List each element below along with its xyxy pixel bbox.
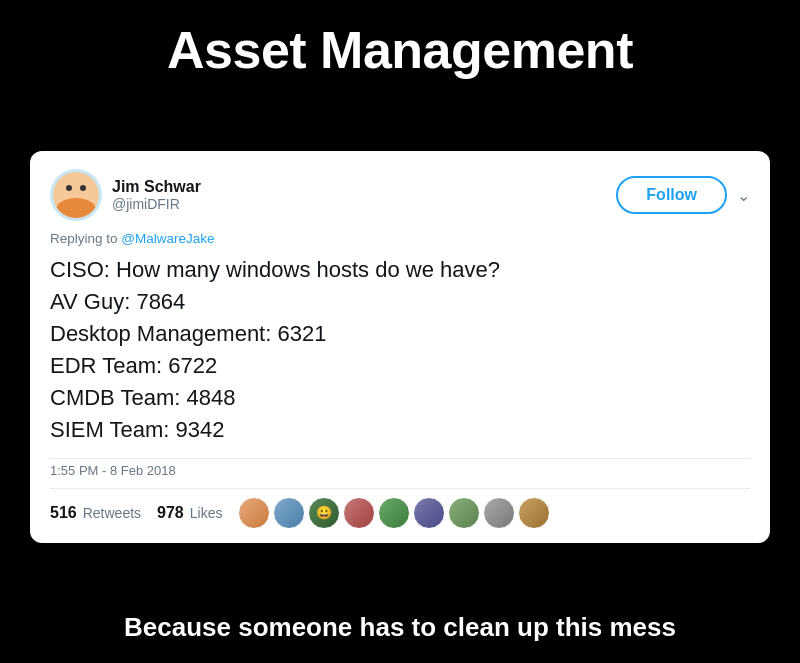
tweet-header-actions: Follow ⌄: [616, 176, 750, 214]
likers-avatars: 😀: [238, 497, 550, 529]
user-info: Jim Schwar @jimiDFIR: [112, 178, 201, 212]
tweet-stats: 516 Retweets 978 Likes 😀: [50, 488, 750, 529]
page-title: Asset Management: [167, 10, 633, 92]
liker-avatar: [343, 497, 375, 529]
tweet-line-4: EDR Team: 6722: [50, 350, 750, 382]
likes-label: Likes: [190, 505, 223, 521]
tweet-line-3: Desktop Management: 6321: [50, 318, 750, 350]
avatar: [50, 169, 102, 221]
liker-avatar: [413, 497, 445, 529]
user-handle: @jimiDFIR: [112, 196, 201, 212]
liker-avatar: [518, 497, 550, 529]
tweet-header: Jim Schwar @jimiDFIR Follow ⌄: [50, 169, 750, 221]
tweet-author-section: Jim Schwar @jimiDFIR: [50, 169, 201, 221]
bottom-caption: Because someone has to clean up this mes…: [124, 602, 676, 647]
liker-avatar: [273, 497, 305, 529]
retweets-count: 516: [50, 504, 77, 522]
liker-avatar: [378, 497, 410, 529]
tweet-timestamp: 1:55 PM - 8 Feb 2018: [50, 458, 750, 478]
liker-avatar: [483, 497, 515, 529]
tweet-line-1: CISO: How many windows hosts do we have?: [50, 254, 750, 286]
chevron-down-icon[interactable]: ⌄: [737, 186, 750, 205]
tweet-card: Jim Schwar @jimiDFIR Follow ⌄ Replying t…: [30, 151, 770, 542]
user-name: Jim Schwar: [112, 178, 201, 196]
reply-to-user-link[interactable]: @MalwareJake: [121, 231, 214, 246]
liker-avatar: [238, 497, 270, 529]
reply-to: Replying to @MalwareJake: [50, 231, 750, 246]
liker-avatar: 😀: [308, 497, 340, 529]
tweet-line-5: CMDB Team: 4848: [50, 382, 750, 414]
tweet-body: CISO: How many windows hosts do we have?…: [50, 254, 750, 445]
tweet-line-6: SIEM Team: 9342: [50, 414, 750, 446]
tweet-line-2: AV Guy: 7864: [50, 286, 750, 318]
likes-count: 978: [157, 504, 184, 522]
follow-button[interactable]: Follow: [616, 176, 727, 214]
retweets-label: Retweets: [83, 505, 141, 521]
liker-avatar: [448, 497, 480, 529]
